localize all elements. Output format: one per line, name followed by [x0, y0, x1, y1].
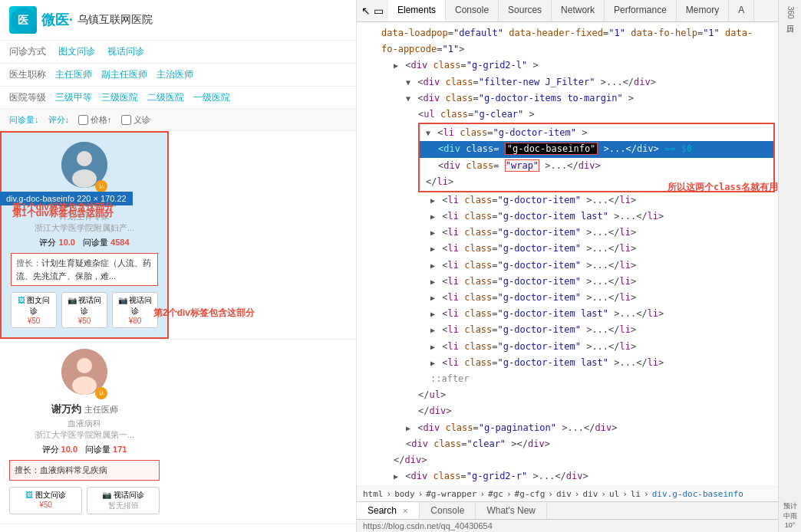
bc-ul[interactable]: ul	[609, 489, 619, 499]
logo-bar: 医 微医· 乌镇互联网医院	[0, 0, 356, 41]
filter-title-1[interactable]: 主任医师	[55, 68, 92, 81]
code-line-div-close2: </div>	[357, 452, 778, 468]
image-consult-icon-1: 🖼	[18, 296, 25, 304]
code-line-8[interactable]: <div class= "g-doc-baseinfo" >...</div> …	[420, 141, 773, 157]
doctor-hospital-1: 浙江大学医学院附属妇产...	[35, 222, 134, 234]
filter-bar-3: 医院等级 三级甲等 三级医院 二级医院 一级医院	[0, 87, 356, 110]
filter-link-image[interactable]: 图文问诊	[58, 45, 95, 58]
devtools-panel: ↖ ▭ Elements Console Sources Network Per…	[357, 0, 778, 532]
tab-performance[interactable]: Performance	[605, 0, 677, 21]
svg-point-3	[77, 151, 92, 166]
image-consult-label-1: 图文问诊	[27, 296, 50, 315]
code-line-ul-close: </ul>	[357, 387, 778, 403]
consult-btn-image-1[interactable]: 🖼 图文问诊 ¥50	[11, 292, 57, 328]
search-close-icon[interactable]: ✕	[402, 507, 408, 515]
code-line-15[interactable]: ▶ <li class="g-doctor-item" >...</li>	[357, 258, 778, 274]
image-consult-price-1: ¥50	[15, 317, 53, 325]
bc-gdocbaseinfo[interactable]: div.g-doc-baseinfo	[652, 489, 743, 499]
bc-gc[interactable]: #gc	[488, 489, 503, 499]
cursor-icon[interactable]: ↖	[361, 5, 371, 17]
video-consult-icon-2: 📷	[118, 296, 127, 304]
expertise-label-2: 擅长：	[15, 465, 40, 475]
filter-hospital-2[interactable]: 三级医院	[101, 91, 138, 104]
video-consult-icon-3: 📷	[102, 491, 111, 499]
bt-search[interactable]: Search ✕	[357, 502, 420, 519]
filter-hospital-3[interactable]: 二级医院	[147, 91, 184, 104]
bt-whats-new[interactable]: What's New	[476, 502, 547, 519]
filter-bar-2: 医生职称 主任医师 副主任医师 主治医师	[0, 64, 356, 87]
filter-title-2[interactable]: 副主任医师	[101, 68, 147, 81]
code-line-18[interactable]: ▶ <li class="g-doctor-item last" >...</l…	[357, 306, 778, 322]
consult-btn-video-1[interactable]: 📷 视话问诊 ¥50	[61, 292, 107, 328]
filter-link-video[interactable]: 视话问诊	[107, 45, 144, 58]
code-line-4[interactable]: ▼ <div class="filter-new J_Filter" >...<…	[357, 74, 778, 90]
doctor-stats-2: 评分 10.0 问诊量 171	[42, 444, 127, 455]
device-icon[interactable]: ▭	[374, 5, 384, 17]
code-line-6[interactable]: <ul class="g-clear" >	[357, 107, 778, 123]
logo-icon: 医	[9, 6, 37, 34]
calendar-label: 360日历	[783, 0, 797, 25]
filter-title-3[interactable]: 主治医师	[157, 68, 193, 81]
doctor-row-1: 认 钱志大 主任医师 计划生育专家 浙江大学医学院附属妇产... 评分 10.0…	[0, 131, 356, 340]
svg-text:医: 医	[18, 15, 28, 26]
badge-icon-2: 认	[95, 387, 107, 399]
bc-html[interactable]: html	[363, 489, 384, 499]
code-line-grid2r[interactable]: ▶ <div class="g-grid2-r" >...</div>	[357, 468, 778, 484]
bc-gcfg[interactable]: #g-cfg	[515, 489, 546, 499]
doctor-stats-1: 评分 10.0 问诊量 4584	[39, 237, 129, 248]
weather-label: 预计 中雨 10°	[782, 498, 799, 532]
code-line-14[interactable]: ▶ <li class="g-doctor-item" >...</li>	[357, 241, 778, 257]
code-line-9[interactable]: <div class= "wrap" >...</div>	[420, 158, 773, 174]
tab-elements[interactable]: Elements	[388, 0, 446, 21]
code-line-1: data-loadpop="default" data-header-fixed…	[357, 25, 778, 41]
elements-panel[interactable]: data-loadpop="default" data-header-fixed…	[357, 22, 778, 486]
doctor-name-2: 谢万灼	[51, 402, 81, 416]
tab-console[interactable]: Console	[446, 0, 499, 21]
bc-body[interactable]: body	[394, 489, 415, 499]
code-line-13[interactable]: ▶ <li class="g-doctor-item" >...</li>	[357, 225, 778, 241]
doctor-card-1: 认 钱志大 主任医师 计划生育专家 浙江大学医学院附属妇产... 评分 10.0…	[0, 131, 169, 339]
svg-point-7	[72, 376, 97, 395]
free-checkbox[interactable]	[121, 115, 131, 125]
consult-btn-video-3[interactable]: 📷 视话问诊 暂无排班	[87, 487, 160, 514]
code-line-7[interactable]: ▼ <li class="g-doctor-item" >	[420, 125, 773, 141]
bc-div1[interactable]: div	[556, 489, 572, 499]
bc-div2[interactable]: div	[582, 489, 598, 499]
code-line-19[interactable]: ▶ <li class="g-doctor-item" >...</li>	[357, 322, 778, 338]
sort-consults[interactable]: 问诊量↓	[9, 114, 39, 126]
tab-sources[interactable]: Sources	[499, 0, 552, 21]
doctor-hospital-2: 浙江大学医学院附属第一...	[35, 429, 134, 441]
code-line-21[interactable]: ▶ <li class="g-doctor-item last" >...</l…	[357, 355, 778, 371]
bt-console[interactable]: Console	[420, 502, 476, 519]
filter-hospital-1[interactable]: 三级甲等	[55, 91, 92, 104]
sort-price-check[interactable]: 价格↑	[78, 114, 112, 126]
sort-free-check[interactable]: 义诊	[121, 114, 150, 126]
code-line-3[interactable]: ▶ <div class="g-grid2-l" >	[357, 57, 778, 74]
code-line-17[interactable]: ▶ <li class="g-doctor-item" >...</li>	[357, 290, 778, 306]
code-line-5[interactable]: ▼ <div class="g-doctor-items to-margin" …	[357, 90, 778, 107]
doctor-title-2: 主任医师	[84, 404, 118, 415]
code-line-12[interactable]: ▶ <li class="g-doctor-item last" >...</l…	[357, 209, 778, 225]
code-line-after: ::after	[357, 371, 778, 387]
code-line-20[interactable]: ▶ <li class="g-doctor-item" >...</li>	[357, 339, 778, 355]
consult-actions-2: 🖼 图文问诊 ¥50 📷 视话问诊 暂无排班	[9, 487, 160, 514]
sort-rating[interactable]: 评分↓	[48, 114, 70, 126]
tab-memory[interactable]: Memory	[677, 0, 729, 21]
red-box-annotation: ▼ <li class="g-doctor-item" > <div class…	[418, 123, 775, 192]
code-line-10[interactable]: </li>	[420, 174, 773, 190]
bc-gwrapper[interactable]: #g-wrapper	[426, 489, 476, 499]
code-line-clear[interactable]: <div class="clear" ></div>	[357, 436, 778, 452]
tab-network[interactable]: Network	[552, 0, 605, 21]
consults-label-1: 问诊量 4584	[83, 237, 130, 248]
doctor-card-2: 认 谢万灼 主任医师 血液病科 浙江大学医学院附属第一... 评分 10.0 问…	[0, 340, 169, 524]
consult-btn-image-2[interactable]: 🖼 图文问诊 ¥50	[9, 487, 82, 514]
bc-li[interactable]: li	[631, 489, 641, 499]
left-panel: 医 微医· 乌镇互联网医院 问诊方式 图文问诊 视话问诊 医生职称 主任医师 副…	[0, 0, 357, 532]
code-line-16[interactable]: ▶ <li class="g-doctor-item" >...</li>	[357, 274, 778, 290]
code-line-pagination[interactable]: ▶ <div class="g-pagination" >...</div>	[357, 420, 778, 436]
filter-hospital-4[interactable]: 一级医院	[193, 91, 230, 104]
consult-btn-video-2[interactable]: 📷 视话问诊 ¥80	[112, 292, 158, 328]
tab-more[interactable]: A	[729, 0, 754, 21]
price-checkbox[interactable]	[78, 115, 88, 125]
code-line-11[interactable]: ▶ <li class="g-doctor-item" >...</li>	[357, 192, 778, 209]
